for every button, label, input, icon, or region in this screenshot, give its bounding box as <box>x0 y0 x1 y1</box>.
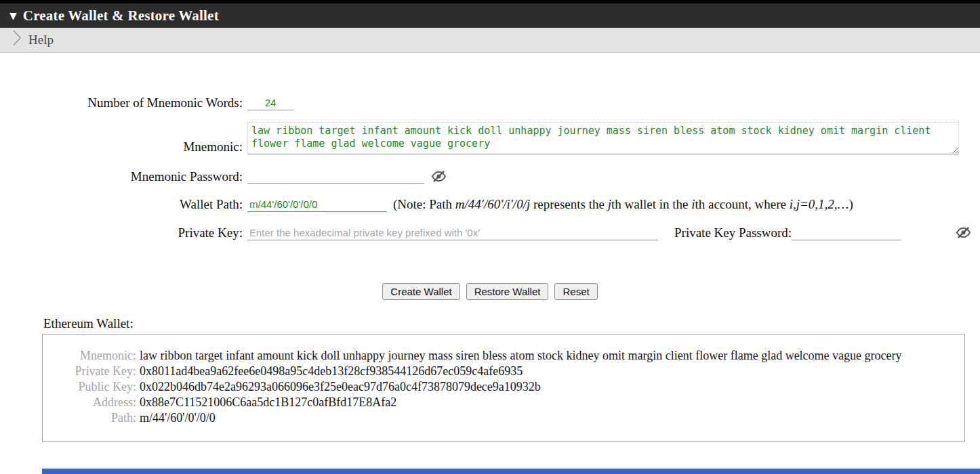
result-value: m/44'/60'/0'/0/0 <box>140 411 216 425</box>
note-path-italic: m/44'/60'/i'/0/j <box>455 197 530 211</box>
note-text: represents the <box>530 197 607 211</box>
result-label: Private Key: <box>56 364 136 379</box>
private-key-password-label: Private Key Password: <box>674 225 792 240</box>
result-row-private-key: Private Key:0x8011ad4bea9a62fee6e0498a95… <box>56 364 951 379</box>
action-buttons-row: Create Wallet Restore Wallet Reset <box>0 283 980 300</box>
help-link[interactable]: Help <box>28 33 54 47</box>
mnemonic-textarea[interactable]: law ribbon target infant amount kick dol… <box>247 122 959 154</box>
wallet-path-input[interactable] <box>247 197 387 212</box>
result-value: law ribbon target infant amount kick dol… <box>140 349 902 362</box>
reset-button[interactable]: Reset <box>554 283 597 300</box>
result-label: Mnemonic: <box>56 348 136 364</box>
private-key-password-eye-off-icon[interactable] <box>956 225 971 240</box>
wallet-path-note: (Note: Path m/44'/60'/i'/0/j represents … <box>393 197 853 212</box>
note-text: th account, where <box>695 197 789 211</box>
mnemonic-password-input[interactable] <box>247 169 424 184</box>
next-section-partial-bar <box>42 469 980 474</box>
mnemonic-row: Mnemonic: law ribbon target infant amoun… <box>0 122 980 154</box>
mnemonic-password-row: Mnemonic Password: <box>0 169 980 184</box>
mnemonic-password-label: Mnemonic Password: <box>0 169 247 184</box>
result-value: 0x88e7C11521006C6aa5dc1B127c0afBfd17E8Af… <box>140 395 396 409</box>
result-value: 0x022b046db74e2a96293a066096e3f25e0eac97… <box>140 380 541 393</box>
note-text: ) <box>849 197 853 211</box>
note-text: th wallet in the <box>611 197 691 211</box>
wallet-path-row: Wallet Path: (Note: Path m/44'/60'/i'/0/… <box>0 197 980 212</box>
note-ij-italic: i,j=0,1,2,… <box>790 197 849 211</box>
chevron-right-icon <box>12 29 22 47</box>
help-bar: Help <box>0 28 980 53</box>
collapse-triangle-icon: ▼ <box>9 10 17 21</box>
panel-header[interactable]: ▼ Create Wallet & Restore Wallet <box>0 0 980 28</box>
private-key-input[interactable] <box>247 225 658 240</box>
wallet-path-label: Wallet Path: <box>0 197 247 212</box>
mnemonic-words-input[interactable] <box>247 95 293 110</box>
private-key-row: Private Key: Private Key Password: <box>0 225 980 240</box>
result-label: Address: <box>56 395 136 410</box>
mnemonic-label: Mnemonic: <box>0 139 247 154</box>
result-row-public-key: Public Key:0x022b046db74e2a96293a066096e… <box>56 379 951 395</box>
create-wallet-button[interactable]: Create Wallet <box>382 283 460 300</box>
mnemonic-words-row: Number of Mnemonic Words: <box>0 95 980 110</box>
result-row-path: Path:m/44'/60'/0'/0/0 <box>56 410 951 426</box>
wallet-result-box: Mnemonic:law ribbon target infant amount… <box>42 334 965 442</box>
result-title: Ethereum Wallet: <box>43 316 980 331</box>
result-label: Path: <box>56 410 136 426</box>
private-key-label: Private Key: <box>0 225 247 240</box>
private-key-password-input[interactable] <box>792 225 901 240</box>
mnemonic-password-eye-off-icon[interactable] <box>431 169 447 184</box>
restore-wallet-button[interactable]: Restore Wallet <box>466 283 549 300</box>
result-row-mnemonic: Mnemonic:law ribbon target infant amount… <box>56 348 951 364</box>
note-text: (Note: Path <box>393 197 455 211</box>
result-label: Public Key: <box>56 379 136 395</box>
result-value: 0x8011ad4bea9a62fee6e0498a95c4deb13f28cf… <box>140 364 523 378</box>
mnemonic-words-label: Number of Mnemonic Words: <box>0 95 247 110</box>
result-row-address: Address:0x88e7C11521006C6aa5dc1B127c0afB… <box>56 395 951 410</box>
page-title: Create Wallet & Restore Wallet <box>23 7 219 24</box>
